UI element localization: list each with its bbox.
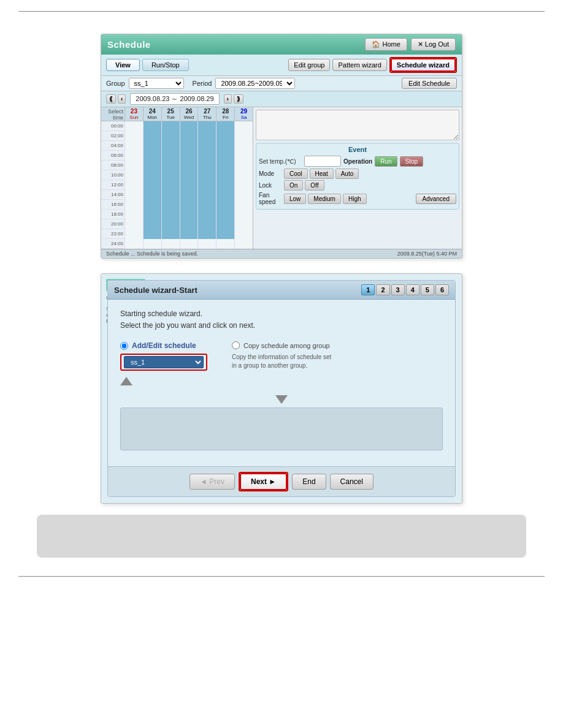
group-label: Group [106,80,125,87]
wizard-step-3[interactable]: 3 [391,284,405,295]
status-bar: Schedule ... Schedule is being saved. 20… [101,249,462,258]
wizard-screenshot: Sc G Set Schedule wizard-Start 1 2 3 4 5… [101,273,462,504]
bottom-divider [18,576,545,577]
time-row: 18:00 [101,210,253,219]
cancel-button[interactable]: Cancel [330,474,373,490]
cal-prev-btn[interactable]: ‹ [118,94,126,104]
group-select[interactable]: ss_1 [129,78,184,89]
tab-run-stop[interactable]: Run/Stop [142,59,189,71]
event-text-area[interactable] [256,110,459,140]
time-row: 02:00 [101,131,253,141]
calendar-grid: Selecttime 23 Sun 24 Mon 25 Tue 26 [101,107,253,249]
add-edit-select-highlight: ss_1 [120,354,207,371]
logout-button[interactable]: ✕ Log Out [411,38,456,51]
wizard-step-2[interactable]: 2 [376,284,389,295]
schedule-wizard-highlight: Schedule wizard [389,57,457,73]
time-row: 06:00 [101,151,253,161]
arrow-down-icon [275,395,288,404]
tab-schedule-wizard[interactable]: Schedule wizard [391,58,456,72]
mode-auto-button[interactable]: Auto [335,169,359,179]
fan-row: Fan speed Low Medium High Advanced [259,192,456,205]
set-temp-input[interactable] [304,156,341,167]
wizard-step-4[interactable]: 4 [406,284,419,295]
time-row: 24:00 [101,239,253,249]
copy-label: Copy schedule among group [243,342,330,349]
lock-label: Lock [259,182,282,189]
add-edit-radio-row: Add/Edit schedule [120,341,207,350]
wizard-step-1[interactable]: 1 [361,284,375,295]
copy-option: Copy schedule among group Copy the infor… [232,341,336,385]
fan-low-button[interactable]: Low [284,194,306,204]
home-button[interactable]: 🏠 Home [365,38,407,51]
time-row: 20:00 [101,219,253,229]
day-header-fri: 28 Fri [216,107,234,121]
time-row: 12:00 [101,180,253,190]
set-temp-label: Set temp.(℃) [259,158,302,165]
event-panel: Event Set temp.(℃) Operation Run Stop Mo… [256,143,459,210]
copy-radio-row: Copy schedule among group [232,341,336,349]
tab-view[interactable]: View [106,59,140,71]
copy-radio[interactable] [232,341,240,349]
edit-schedule-button[interactable]: Edit Schedule [402,78,457,89]
run-button[interactable]: Run [375,156,397,167]
set-temp-row: Set temp.(℃) Operation Run Stop [259,156,456,167]
tab-pattern-wizard[interactable]: Pattern wizard [332,59,386,71]
copy-desc: Copy the information of schedule set in … [232,353,336,370]
arrow-up-icon [120,377,132,385]
arrow-annotation [120,377,207,385]
cal-date-range: 2009.08.23 ～ 2009.08.29 [130,93,219,105]
schedule-title: Schedule [107,39,151,50]
add-edit-option: Add/Edit schedule ss_1 [120,341,207,385]
day-header-sat: 29 Sa [234,107,253,121]
wizard-header: Schedule wizard-Start 1 2 3 4 5 6 [108,281,455,300]
fan-medium-button[interactable]: Medium [308,194,341,204]
next-button-highlight: Next ► [239,472,288,491]
period-label: Period [193,80,212,87]
wizard-body: Starting schedule wizard. Select the job… [108,300,455,466]
schedule-header: Schedule 🏠 Home ✕ Log Out [101,34,462,55]
next-button[interactable]: Next ► [240,473,287,490]
header-buttons: 🏠 Home ✕ Log Out [365,38,456,51]
advanced-button[interactable]: Advanced [416,194,456,204]
prev-button[interactable]: ◄ Prev [190,474,235,490]
add-edit-radio[interactable] [120,342,128,350]
lock-on-button[interactable]: On [284,180,303,191]
add-edit-label: Add/Edit schedule [132,341,196,350]
wizard-group-select[interactable]: ss_1 [124,356,204,368]
time-row: 10:00 [101,170,253,180]
lock-off-button[interactable]: Off [305,180,324,191]
day-header-tue: 25 Tue [161,107,180,121]
event-panel-area: Event Set temp.(℃) Operation Run Stop Mo… [253,107,462,249]
mode-cool-button[interactable]: Cool [284,169,308,179]
end-button[interactable]: End [292,474,326,490]
stop-button[interactable]: Stop [400,156,424,167]
time-grid: 00:00 02:00 04:00 06:00 08:00 10:00 12:0… [101,121,253,249]
bottom-note [37,515,526,558]
cal-next-btn[interactable]: › [224,94,232,104]
period-select[interactable]: 2009.08.25~2009.09.25 [215,78,295,89]
fan-high-button[interactable]: High [343,194,367,204]
wizard-step-6[interactable]: 6 [435,284,449,295]
day-header-thu: 27 Thu [197,107,216,121]
time-row: 00:00 [101,121,253,131]
status-left: Schedule ... Schedule is being saved. [106,251,198,257]
wizard-footer: ◄ Prev Next ► End Cancel [108,466,455,496]
schedule-screenshot: Schedule 🏠 Home ✕ Log Out View Run/Stop … [101,34,462,259]
lock-row: Lock On Off [259,180,456,191]
group-period-row: Group ss_1 Period 2009.08.25~2009.09.25 … [101,76,462,91]
cal-first-btn[interactable]: ⟪ [106,94,116,104]
time-row: 08:00 [101,161,253,170]
wizard-step-5[interactable]: 5 [421,284,434,295]
wizard-intro: Starting schedule wizard. Select the job… [120,308,443,332]
time-row: 04:00 [101,141,253,151]
operation-label: Operation [343,158,372,165]
wizard-steps: 1 2 3 4 5 6 [361,284,449,295]
cal-last-btn[interactable]: ⟫ [234,94,243,104]
mode-heat-button[interactable]: Heat [310,169,334,179]
tab-edit-group[interactable]: Edit group [288,59,330,71]
status-right: 2009.8.25(Tue) 5:40 PM [397,251,457,257]
mode-label: Mode [259,170,282,177]
wizard-title: Schedule wizard-Start [114,286,197,295]
tab-bar: View Run/Stop Edit group Pattern wizard … [101,55,462,76]
select-time-label: Selecttime [101,107,124,121]
